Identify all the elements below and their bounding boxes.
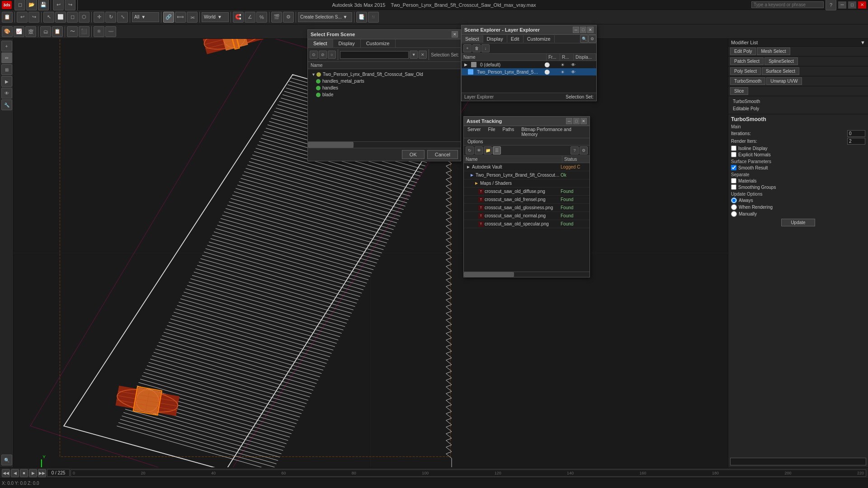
scale-btn[interactable]: ⤡ (117, 12, 128, 23)
at-help-btn[interactable]: ? (571, 146, 579, 155)
le-search-btn[interactable]: 🔍 (580, 35, 588, 43)
at-hscroll[interactable] (464, 272, 590, 277)
snap-btn[interactable]: 🧲 (233, 12, 244, 23)
spline-select-btn[interactable]: SplineSelect (764, 57, 798, 65)
sfm-clear-btn[interactable]: ✕ (419, 51, 427, 59)
curve-editor-btn[interactable]: 〜 (67, 26, 78, 37)
at-close-btn[interactable]: ✕ (580, 118, 587, 124)
utilities-btn[interactable]: 🔧 (1, 99, 12, 110)
explicit-normals-checkbox[interactable] (731, 152, 736, 157)
rotate-btn[interactable]: ↻ (105, 12, 116, 23)
select-link-btn[interactable]: 🔗 (163, 12, 174, 23)
at-row-main-file[interactable]: ▶ Two_Person_Lynx_Brand_5ft_Crosscut_Saw… (464, 171, 590, 179)
save-btn[interactable]: 💾 (38, 0, 49, 10)
close-btn[interactable]: ✕ (858, 1, 866, 9)
play-btn[interactable]: ◀◀ (2, 469, 10, 477)
select-window-btn[interactable]: ◻ (67, 12, 78, 23)
dope-sheet-btn[interactable]: ⬛ (79, 26, 90, 37)
sfm-close-btn[interactable]: ✕ (452, 31, 458, 38)
reactor-btn[interactable]: ⚛ (94, 26, 104, 37)
at-menu-options[interactable]: Options (464, 138, 486, 145)
le-row-mesh[interactable]: Two_Person_Lynx_Brand_5ft_Crosscut_... ⚪… (462, 68, 596, 75)
unwrap-uvw-btn[interactable]: Unwrap UVW (766, 77, 802, 85)
sfm-cancel-btn[interactable]: Cancel (427, 150, 458, 159)
le-settings-btn[interactable]: ⚙ (588, 35, 596, 43)
timeline-track[interactable]: 0 20 40 60 80 100 120 140 160 180 200 22… (71, 469, 866, 477)
track-view-btn[interactable]: 📈 (14, 26, 24, 37)
play-fwd-btn[interactable]: ▶ (29, 469, 37, 477)
select-lasso-btn[interactable]: ⬡ (79, 12, 90, 23)
update-btn[interactable]: Update (781, 219, 815, 226)
at-row-normal[interactable]: T crosscut_saw_old_normal.png Found (464, 212, 590, 220)
at-menu-paths[interactable]: Paths (499, 126, 518, 138)
modify-btn[interactable]: ✏ (1, 52, 12, 63)
sfm-header[interactable]: Select From Scene ✕ (308, 30, 461, 39)
sfm-item-root[interactable]: ▼ Two_Person_Lynx_Brand_5ft_Crosscut_Saw… (310, 71, 459, 78)
at-refresh-btn[interactable]: ↻ (466, 146, 474, 155)
sfm-search-input[interactable] (340, 51, 409, 59)
le-minimize-btn[interactable]: ─ (573, 27, 579, 33)
materials-checkbox[interactable] (731, 178, 736, 183)
sfm-hscroll[interactable] (308, 141, 461, 148)
poly-select-btn[interactable]: Poly Select (730, 67, 761, 75)
at-view-btn[interactable]: 👁 (475, 146, 483, 155)
all-dropdown[interactable]: All ▼ (132, 12, 159, 22)
sfm-tab-customize[interactable]: Customize (361, 39, 396, 47)
sfm-tree[interactable]: ▼ Two_Person_Lynx_Brand_5ft_Crosscut_Saw… (308, 69, 461, 141)
at-row-maps[interactable]: ▶ Maps / Shaders (464, 179, 590, 188)
new-btn[interactable]: ◻ (14, 0, 25, 10)
sfm-filter-btn[interactable]: ▼ (410, 51, 418, 59)
smooth-result-checkbox[interactable] (731, 165, 736, 170)
le-tree[interactable]: ▶ 0 (default) ⚪ ☀ 👁 Two_Person_Lynx_Bran… (462, 61, 596, 93)
sfm-select-all-btn[interactable]: ⊙ (310, 51, 318, 59)
at-row-frensel[interactable]: T crosscut_saw_old_frensel.png Found (464, 196, 590, 204)
move-btn[interactable]: ✛ (94, 12, 104, 23)
navigate-btn[interactable]: 🔍 (1, 455, 12, 465)
at-scroll-area[interactable]: ▶ Autodesk Vault Logged C ▶ Two_Person_L… (464, 163, 590, 272)
le-tab-customize[interactable]: Customize (524, 35, 555, 42)
le-tab-select[interactable]: Select (462, 35, 483, 42)
render-iters-input[interactable] (847, 138, 865, 145)
turbo-smooth-btn[interactable]: TurboSmooth (730, 77, 765, 85)
at-menu-server[interactable]: Server (464, 126, 484, 138)
at-settings-btn[interactable]: ⚙ (580, 146, 588, 155)
align-btn[interactable]: ⫘ (187, 12, 198, 23)
undo-tb-btn[interactable]: ↩ (17, 12, 28, 23)
le-close-btn[interactable]: ✕ (587, 27, 594, 33)
isoline-checkbox[interactable] (731, 145, 736, 151)
at-row-specular[interactable]: T crosscut_saw_old_specular.png Found (464, 220, 590, 228)
le-delete-layer-btn[interactable]: 🗑 (472, 44, 481, 52)
at-menu-bitmap[interactable]: Bitmap Performance and Memory (518, 126, 590, 138)
redo-tb-btn[interactable]: ↪ (28, 12, 39, 23)
mesh-select-btn[interactable]: Mesh Select (757, 47, 790, 55)
undo-btn[interactable]: ↩ (53, 0, 64, 10)
modifier-search-input[interactable] (730, 458, 866, 465)
prev-frame-btn[interactable]: ◀ (11, 469, 19, 477)
sfm-item-blade[interactable]: blade (310, 91, 459, 98)
angle-snap-btn[interactable]: ∠ (245, 12, 255, 23)
material-editor-btn[interactable]: 🎨 (2, 26, 13, 37)
selection-filter-btn[interactable]: 📋 (2, 12, 13, 23)
render-btn[interactable]: 🎬 (271, 12, 282, 23)
at-locate-btn[interactable]: 📁 (484, 146, 492, 155)
always-radio[interactable] (731, 197, 737, 203)
at-row-glossiness[interactable]: T crosscut_saw_old_glossiness.png Found (464, 204, 590, 212)
at-menu-file[interactable]: File (484, 126, 499, 138)
sfm-item-handles-metal[interactable]: handles_metal_parts (310, 78, 459, 84)
redo-btn[interactable]: ↪ (65, 0, 75, 10)
le-add-layer-btn[interactable]: + (463, 44, 472, 52)
world-dropdown[interactable]: World ▼ (202, 12, 229, 22)
objects-btn[interactable]: ◾ (368, 12, 379, 23)
create-btn[interactable]: + (1, 41, 12, 52)
editable-poly-stack-item[interactable]: Editable Poly (730, 105, 866, 112)
create-selection-dropdown[interactable]: Create Selection S... ▼ (298, 12, 352, 22)
stop-btn[interactable]: ■ (20, 469, 28, 477)
sfm-ok-btn[interactable]: OK (402, 150, 425, 159)
sfm-tab-display[interactable]: Display (333, 39, 361, 47)
manually-radio[interactable] (731, 211, 737, 217)
patch-select-btn[interactable]: Patch Select (730, 57, 764, 65)
render-setup-btn[interactable]: ⚙ (283, 12, 294, 23)
at-minimize-btn[interactable]: ─ (566, 118, 572, 124)
hierarchy-btn[interactable]: ⊞ (1, 64, 12, 75)
sfm-tab-select[interactable]: Select (308, 39, 333, 47)
